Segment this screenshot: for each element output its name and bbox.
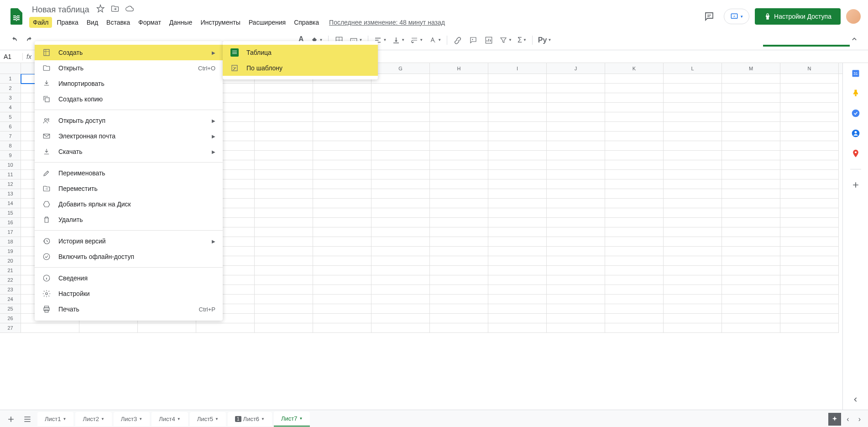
cell[interactable] <box>722 199 780 208</box>
column-header[interactable]: G <box>371 63 430 74</box>
cell[interactable] <box>722 93 780 103</box>
cell[interactable] <box>547 247 605 256</box>
cell[interactable] <box>780 189 839 199</box>
cell[interactable] <box>664 256 722 266</box>
cell[interactable] <box>605 266 664 275</box>
file-menu-item[interactable]: История версий▶ <box>35 233 223 249</box>
row-header[interactable]: 22 <box>0 275 21 285</box>
cell[interactable] <box>547 132 605 141</box>
filter-icon[interactable]: ▼ <box>497 36 514 44</box>
cell[interactable] <box>371 93 430 103</box>
cell[interactable] <box>664 218 722 227</box>
cell[interactable] <box>605 141 664 151</box>
cell[interactable] <box>255 84 313 93</box>
cell[interactable] <box>605 74 664 84</box>
cell[interactable] <box>605 151 664 160</box>
cell[interactable] <box>605 189 664 199</box>
cell[interactable] <box>722 132 780 141</box>
cell[interactable] <box>547 74 605 84</box>
cell[interactable] <box>313 93 371 103</box>
row-header[interactable]: 10 <box>0 160 21 170</box>
cell[interactable] <box>488 160 547 170</box>
cell[interactable] <box>488 112 547 122</box>
cell[interactable] <box>488 247 547 256</box>
cell[interactable] <box>780 323 839 333</box>
row-header[interactable]: 18 <box>0 237 21 247</box>
cell[interactable] <box>430 160 488 170</box>
cell[interactable] <box>430 323 488 333</box>
cell[interactable] <box>664 247 722 256</box>
cell[interactable] <box>313 170 371 179</box>
cell[interactable] <box>780 74 839 84</box>
cell[interactable] <box>313 151 371 160</box>
cell[interactable] <box>430 295 488 304</box>
menu-file[interactable]: Файл <box>29 17 52 28</box>
cell[interactable] <box>605 295 664 304</box>
cell[interactable] <box>488 170 547 179</box>
cell[interactable] <box>430 132 488 141</box>
cell[interactable] <box>371 179 430 189</box>
cell[interactable] <box>255 103 313 112</box>
sheet-tab[interactable]: Лист4▼ <box>152 412 188 426</box>
cell[interactable] <box>664 103 722 112</box>
cell[interactable] <box>780 160 839 170</box>
cell[interactable] <box>722 208 780 218</box>
hide-sidepanel-icon[interactable] <box>851 395 860 404</box>
row-header[interactable]: 7 <box>0 132 21 141</box>
cell[interactable] <box>605 93 664 103</box>
document-title[interactable]: Новая таблица <box>29 4 92 16</box>
cell[interactable] <box>488 84 547 93</box>
cell[interactable] <box>547 122 605 132</box>
cell[interactable] <box>722 189 780 199</box>
cell[interactable] <box>255 314 313 323</box>
insert-link-icon[interactable] <box>451 33 465 47</box>
cell[interactable] <box>664 189 722 199</box>
cell[interactable] <box>605 275 664 285</box>
cell[interactable] <box>547 304 605 314</box>
cell[interactable] <box>313 160 371 170</box>
cell[interactable] <box>371 304 430 314</box>
cell[interactable] <box>488 199 547 208</box>
cell[interactable] <box>722 314 780 323</box>
cell[interactable] <box>605 237 664 247</box>
cell[interactable] <box>780 208 839 218</box>
menu-data[interactable]: Данные <box>166 17 196 28</box>
cell[interactable] <box>430 227 488 237</box>
cell[interactable] <box>547 218 605 227</box>
cell[interactable] <box>255 266 313 275</box>
cell[interactable] <box>664 266 722 275</box>
cell[interactable] <box>21 323 79 333</box>
cell[interactable] <box>664 227 722 237</box>
row-header[interactable]: 9 <box>0 151 21 160</box>
cell[interactable] <box>371 275 430 285</box>
present-button[interactable]: ▼ <box>724 9 749 24</box>
cell[interactable] <box>547 112 605 122</box>
cell[interactable] <box>605 132 664 141</box>
row-header[interactable]: 25 <box>0 304 21 314</box>
file-menu-item[interactable]: Настройки <box>35 286 223 301</box>
cell[interactable] <box>488 189 547 199</box>
column-header[interactable]: H <box>430 63 488 74</box>
cell[interactable] <box>547 84 605 93</box>
cell[interactable] <box>547 285 605 295</box>
cell[interactable] <box>547 103 605 112</box>
cell[interactable] <box>547 237 605 247</box>
row-header[interactable]: 27 <box>0 323 21 333</box>
row-header[interactable]: 16 <box>0 218 21 227</box>
cell[interactable] <box>255 93 313 103</box>
sheet-tab[interactable]: Лист7▼ <box>274 411 310 427</box>
cell[interactable] <box>722 275 780 285</box>
cell[interactable] <box>371 256 430 266</box>
cell[interactable] <box>255 285 313 295</box>
sheet-tab[interactable]: 1Лист6▼ <box>228 412 272 426</box>
cell[interactable] <box>722 256 780 266</box>
file-menu-item[interactable]: ОткрытьCtrl+O <box>35 60 223 76</box>
menu-format[interactable]: Формат <box>135 17 165 28</box>
cell[interactable] <box>722 304 780 314</box>
cell[interactable] <box>722 160 780 170</box>
cell[interactable] <box>780 295 839 304</box>
explore-button[interactable] <box>828 413 841 426</box>
cell[interactable] <box>430 314 488 323</box>
cell[interactable] <box>664 323 722 333</box>
align-vertical-icon[interactable]: ▼ <box>390 36 407 44</box>
